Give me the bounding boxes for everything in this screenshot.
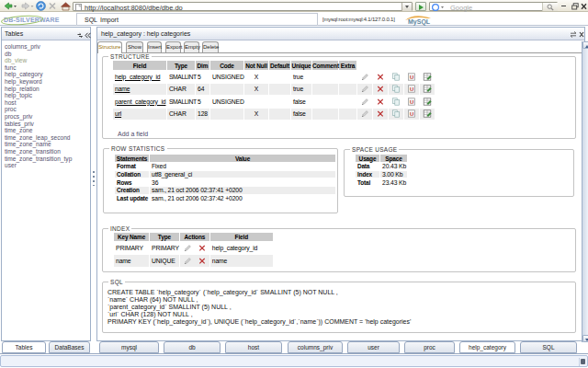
- svg-text:U: U: [410, 75, 413, 80]
- svg-text:U: U: [410, 86, 413, 92]
- svg-text:U: U: [410, 111, 413, 117]
- svg-text:MySQL: MySQL: [408, 18, 431, 26]
- svg-text:U: U: [410, 99, 413, 105]
